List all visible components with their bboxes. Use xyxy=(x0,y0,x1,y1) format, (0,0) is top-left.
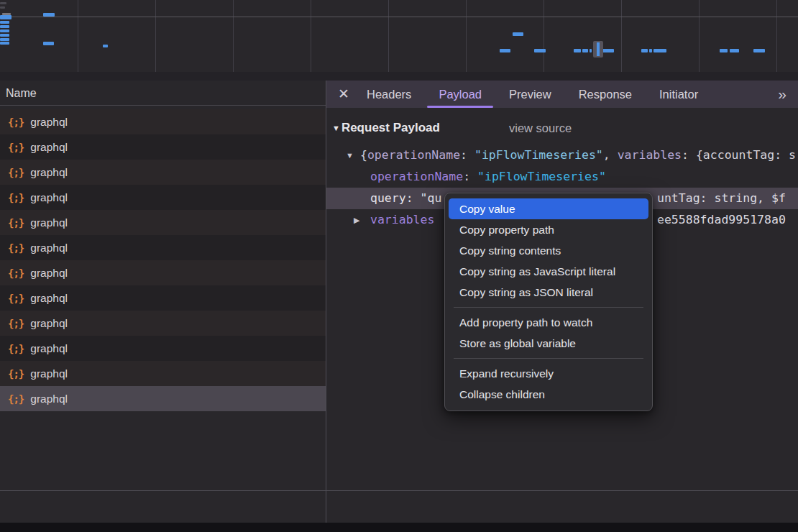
overview-gridline xyxy=(776,0,777,81)
menu-item-add-property-path-to-watch[interactable]: Add property path to watch xyxy=(449,312,648,333)
request-row[interactable]: {;}graphql xyxy=(0,235,326,260)
tree-row-text-fragment: untTag: string, $f xyxy=(657,188,786,209)
context-menu: Copy valueCopy property pathCopy string … xyxy=(444,193,653,411)
overview-gridline xyxy=(388,0,389,81)
overview-gridline xyxy=(699,0,700,81)
waterfall-bar xyxy=(0,15,12,19)
waterfall-bar xyxy=(0,29,9,32)
json-braces-icon: {;} xyxy=(8,293,24,304)
overview-gridline xyxy=(311,0,311,81)
network-overview-timeline[interactable] xyxy=(0,0,798,81)
overview-gridline xyxy=(544,0,544,81)
request-name-label: graphql xyxy=(30,317,68,330)
view-source-link[interactable]: view source xyxy=(509,117,572,139)
waterfall-bar xyxy=(43,13,55,17)
tree-row-text: query: "qu xyxy=(370,188,441,209)
request-name-label: graphql xyxy=(30,166,68,179)
tab-payload[interactable]: Payload xyxy=(439,81,482,108)
json-braces-icon: {;} xyxy=(8,393,24,405)
request-name-label: graphql xyxy=(30,393,68,405)
request-name-label: graphql xyxy=(30,191,68,204)
overview-gridline xyxy=(78,0,78,81)
tab-initiator[interactable]: Initiator xyxy=(659,81,698,108)
request-name-label: graphql xyxy=(30,116,68,129)
menu-item-copy-string-contents[interactable]: Copy string contents xyxy=(449,240,648,261)
json-braces-icon: {;} xyxy=(8,318,24,329)
waterfall-bar xyxy=(500,49,510,52)
menu-item-copy-value[interactable]: Copy value xyxy=(449,198,648,219)
json-braces-icon: {;} xyxy=(8,267,24,279)
waterfall-bar xyxy=(730,49,739,52)
close-icon[interactable]: ✕ xyxy=(338,81,355,108)
overview-horizontal-gridline xyxy=(0,17,798,17)
tree-row-text: variables xyxy=(370,209,434,231)
request-row[interactable]: {;}graphql xyxy=(0,185,326,210)
tab-response[interactable]: Response xyxy=(579,81,632,108)
details-tab-bar: ✕ HeadersPayloadPreviewResponseInitiator… xyxy=(326,81,798,108)
waterfall-bar xyxy=(641,49,648,52)
request-row[interactable]: {;}graphql xyxy=(0,210,326,235)
menu-separator xyxy=(454,358,643,359)
request-row[interactable]: {;}graphql xyxy=(0,160,326,185)
waterfall-bar xyxy=(649,49,652,52)
devtools-network-panel: Name {;}graphql{;}graphql{;}graphql{;}gr… xyxy=(0,0,798,532)
section-title: Request Payload xyxy=(341,121,440,134)
section-collapse-arrow-icon[interactable]: ▼ xyxy=(332,124,340,132)
request-row[interactable]: {;}graphql xyxy=(0,260,326,285)
overview-selection-tick xyxy=(597,42,600,56)
tab-preview[interactable]: Preview xyxy=(509,81,551,108)
waterfall-bar xyxy=(0,42,9,45)
waterfall-bar xyxy=(574,49,581,52)
request-row[interactable]: {;}graphql xyxy=(0,361,326,386)
menu-item-copy-string-as-json-literal[interactable]: Copy string as JSON literal xyxy=(449,282,648,303)
menu-separator xyxy=(454,307,643,308)
json-braces-icon: {;} xyxy=(8,368,24,380)
waterfall-bar xyxy=(0,21,9,24)
request-name-label: graphql xyxy=(30,216,68,229)
overview-gridline xyxy=(466,0,467,81)
bottom-strip xyxy=(0,523,798,532)
request-name-label: graphql xyxy=(30,141,68,154)
more-tabs-icon[interactable]: » xyxy=(778,81,786,108)
request-row[interactable]: {;}graphql xyxy=(0,311,326,336)
tree-row-text-fragment: ee5588fdad995178a0 xyxy=(657,209,786,231)
menu-item-copy-property-path[interactable]: Copy property path xyxy=(449,219,648,240)
menu-item-copy-string-as-javascript-literal[interactable]: Copy string as JavaScript literal xyxy=(449,261,648,282)
waterfall-bar xyxy=(534,49,546,52)
collapsed-arrow-icon[interactable]: ▶ xyxy=(354,209,359,231)
waterfall-bar xyxy=(720,49,728,52)
waterfall-bar xyxy=(0,2,6,4)
overview-gridline xyxy=(233,0,234,81)
request-row[interactable]: {;}graphql xyxy=(0,109,326,134)
waterfall-bar xyxy=(590,49,592,52)
request-row[interactable]: {;}graphql xyxy=(0,134,326,160)
payload-tree-row[interactable]: ▼{operationName: "ipFlowTimeseries", var… xyxy=(326,145,798,166)
request-name-label: graphql xyxy=(30,292,68,305)
request-payload-section-header[interactable]: ▼Request Payload xyxy=(326,117,440,139)
menu-item-collapse-children[interactable]: Collapse children xyxy=(449,384,648,405)
overview-selection-marker[interactable] xyxy=(593,41,603,58)
json-braces-icon: {;} xyxy=(8,242,24,254)
overview-gridline xyxy=(621,0,622,81)
json-braces-icon: {;} xyxy=(8,217,24,229)
menu-item-store-as-global-variable[interactable]: Store as global variable xyxy=(449,333,648,354)
waterfall-bar xyxy=(103,45,108,47)
request-row[interactable]: {;}graphql xyxy=(0,285,326,311)
tree-row-text: operationName: "ipFlowTimeseries" xyxy=(370,166,606,188)
waterfall-bar xyxy=(582,49,588,52)
name-column-header[interactable]: Name xyxy=(0,81,326,106)
waterfall-bar xyxy=(0,38,9,41)
details-tabs: HeadersPayloadPreviewResponseInitiator xyxy=(367,81,725,108)
request-row[interactable]: {;}graphql xyxy=(0,386,326,411)
payload-tree-row[interactable]: operationName: "ipFlowTimeseries" xyxy=(326,166,798,188)
json-braces-icon: {;} xyxy=(8,142,24,153)
json-braces-icon: {;} xyxy=(8,343,24,354)
json-braces-icon: {;} xyxy=(8,192,24,203)
expanded-arrow-icon[interactable]: ▼ xyxy=(346,145,354,166)
waterfall-bar xyxy=(653,49,666,52)
tab-headers[interactable]: Headers xyxy=(367,81,411,108)
waterfall-bar xyxy=(43,42,54,45)
menu-item-expand-recursively[interactable]: Expand recursively xyxy=(449,363,648,384)
tree-row-text: {operationName: "ipFlowTimeseries", vari… xyxy=(360,145,796,166)
request-row[interactable]: {;}graphql xyxy=(0,336,326,361)
